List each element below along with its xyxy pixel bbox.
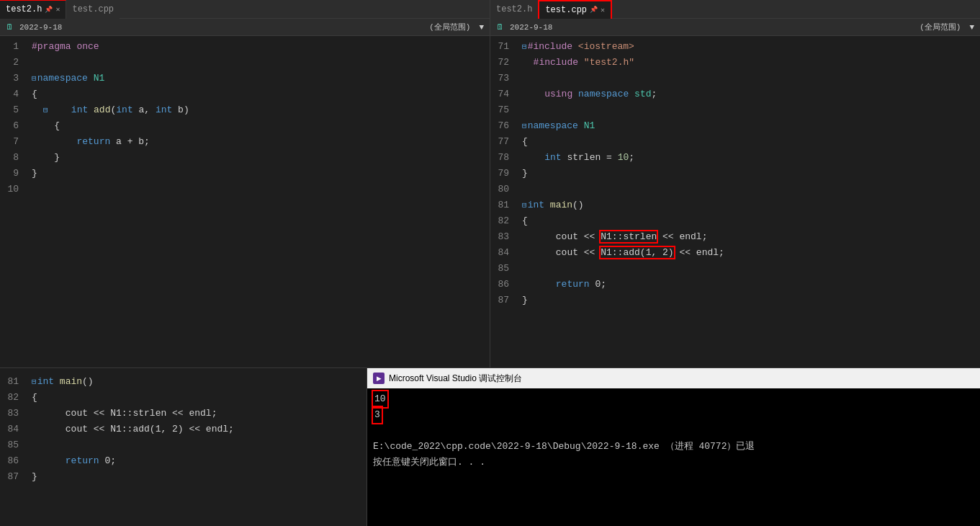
r-code-line-78: int strlen = 10; — [522, 150, 980, 166]
console-panel: ▶ Microsoft Visual Studio 调试控制台 10 3 E:\… — [367, 368, 980, 526]
r-code-line-85 — [522, 261, 980, 277]
r-code-line-72: #include "test2.h" — [522, 55, 980, 71]
tab-test2h-left[interactable]: test2.h 📌 ✕ — [0, 0, 66, 19]
r-code-line-73 — [522, 71, 980, 86]
line-num-3: 3 — [0, 71, 23, 86]
code-line-1: #pragma once — [32, 39, 490, 55]
line-num-9: 9 — [0, 166, 23, 182]
left-toolbar-scope: (全局范围) — [429, 22, 470, 32]
tab-label: test.cpp — [545, 5, 587, 15]
bottom-code-panel: 81 82 83 84 85 86 87 ⊟int main() { cout … — [0, 368, 367, 526]
output-value-3: 3 — [373, 407, 382, 423]
r-code-line-86: return 0; — [522, 277, 980, 293]
r-code-line-82: { — [522, 213, 980, 229]
left-line-numbers: 1 2 3 4 5 6 7 8 9 10 — [0, 36, 29, 367]
b-code-line-82: { — [32, 390, 367, 406]
console-titlebar: ▶ Microsoft Visual Studio 调试控制台 — [367, 368, 980, 388]
line-num-80: 80 — [490, 182, 513, 197]
left-toolbar: 🗓 2022-9-18 (全局范围) ▼ — [0, 19, 490, 36]
right-toolbar-scope: (全局范围) — [920, 22, 961, 32]
console-output-blank — [373, 423, 974, 439]
right-line-numbers: 71 72 73 74 75 76 77 78 79 80 81 82 83 8… — [490, 36, 519, 367]
line-num-87: 87 — [490, 293, 513, 308]
line-num-72: 72 — [490, 55, 513, 71]
calendar-icon-right: 🗓 — [496, 22, 504, 32]
code-line-4: { — [32, 86, 490, 102]
console-output-10: 10 — [373, 391, 974, 407]
line-num-78: 78 — [490, 150, 513, 166]
tab-label: test.cpp — [72, 4, 114, 14]
left-code-area: 1 2 3 4 5 6 7 8 9 10 #pragma once ⊟names… — [0, 36, 490, 367]
r-code-line-77: { — [522, 134, 980, 150]
line-num-8: 8 — [0, 150, 23, 166]
pin-icon: 📌 — [590, 6, 598, 14]
right-editor-panel: test2.h test.cpp 📌 ✕ 🗓 2022-9-18 (全局范围) … — [490, 0, 980, 367]
line-num-79: 79 — [490, 166, 513, 182]
close-icon[interactable]: ✕ — [601, 6, 605, 14]
line-num-2: 2 — [0, 55, 23, 71]
r-code-line-87: } — [522, 293, 980, 308]
calendar-icon: 🗓 — [6, 22, 14, 32]
left-editor-panel: test2.h 📌 ✕ test.cpp 🗓 2022-9-18 (全局范围) … — [0, 0, 490, 367]
b-code-line-87: } — [32, 469, 367, 485]
tab-label: test2.h — [6, 4, 42, 14]
highlight-strlen: N1::strlen — [601, 231, 657, 242]
console-content: 10 3 E:\code_2022\cpp.code\2022-9-18\Deb… — [367, 388, 980, 526]
code-line-8: } — [32, 150, 490, 166]
tab-testcpp-right[interactable]: test.cpp 📌 ✕ — [538, 0, 612, 19]
line-num-5: 5 — [0, 102, 23, 118]
code-line-3: ⊟namespace N1 — [32, 71, 490, 86]
console-output-3: 3 — [373, 407, 974, 423]
console-output-exit: E:\code_2022\cpp.code\2022-9-18\Debug\20… — [373, 439, 974, 455]
r-code-line-71: ⊟#include <iostream> — [522, 39, 980, 55]
b-line-num-82: 82 — [0, 390, 23, 406]
b-line-num-86: 86 — [0, 453, 23, 469]
line-num-82: 82 — [490, 213, 513, 229]
output-value-10: 10 — [373, 391, 387, 407]
line-num-71: 71 — [490, 39, 513, 55]
r-code-line-80 — [522, 182, 980, 197]
line-num-4: 4 — [0, 86, 23, 102]
r-code-line-81: ⊟int main() — [522, 197, 980, 213]
right-code-content[interactable]: ⊟#include <iostream> #include "test2.h" … — [519, 36, 980, 367]
vs-icon: ▶ — [373, 373, 385, 384]
code-line-7: return a + b; — [32, 134, 490, 150]
close-icon[interactable]: ✕ — [55, 5, 60, 14]
line-num-77: 77 — [490, 134, 513, 150]
code-line-9: } — [32, 166, 490, 182]
line-num-75: 75 — [490, 102, 513, 118]
tab-label: test2.h — [496, 4, 532, 14]
line-num-81: 81 — [490, 197, 513, 213]
r-code-line-84: cout << N1::add(1, 2) << endl; — [522, 245, 980, 261]
top-panels: test2.h 📌 ✕ test.cpp 🗓 2022-9-18 (全局范围) … — [0, 0, 980, 367]
tab-testcpp-left[interactable]: test.cpp — [66, 0, 120, 19]
line-num-83: 83 — [490, 229, 513, 245]
line-num-73: 73 — [490, 71, 513, 86]
b-code-line-84: cout << N1::add(1, 2) << endl; — [32, 422, 367, 437]
b-line-num-83: 83 — [0, 406, 23, 422]
code-line-5: ⊟ int add(int a, int b) — [32, 102, 490, 118]
b-line-num-84: 84 — [0, 422, 23, 437]
main-layout: test2.h 📌 ✕ test.cpp 🗓 2022-9-18 (全局范围) … — [0, 0, 980, 526]
r-code-line-76: ⊟namespace N1 — [522, 118, 980, 134]
left-toolbar-date: 2022-9-18 — [19, 23, 62, 32]
line-num-84: 84 — [490, 245, 513, 261]
code-line-2 — [32, 55, 490, 71]
bottom-code-content[interactable]: ⊟int main() { cout << N1::strlen << endl… — [29, 371, 367, 526]
r-code-line-79: } — [522, 166, 980, 182]
left-code-content[interactable]: #pragma once ⊟namespace N1 { ⊟ int add(i… — [29, 36, 490, 367]
code-line-6: { — [32, 118, 490, 134]
vs-icon-label: ▶ — [377, 375, 381, 382]
console-title: Microsoft Visual Studio 调试控制台 — [389, 373, 522, 385]
line-num-74: 74 — [490, 86, 513, 102]
line-num-7: 7 — [0, 134, 23, 150]
left-tab-bar: test2.h 📌 ✕ test.cpp — [0, 0, 490, 19]
right-tab-bar: test2.h test.cpp 📌 ✕ — [490, 0, 980, 19]
right-toolbar: 🗓 2022-9-18 (全局范围) ▼ — [490, 19, 980, 36]
right-toolbar-date: 2022-9-18 — [510, 23, 552, 32]
left-toolbar-dropdown[interactable]: ▼ — [479, 23, 484, 32]
bottom-line-numbers: 81 82 83 84 85 86 87 — [0, 371, 29, 526]
tab-test2h-right[interactable]: test2.h — [490, 0, 538, 19]
right-toolbar-dropdown[interactable]: ▼ — [969, 23, 974, 32]
line-num-85: 85 — [490, 261, 513, 277]
